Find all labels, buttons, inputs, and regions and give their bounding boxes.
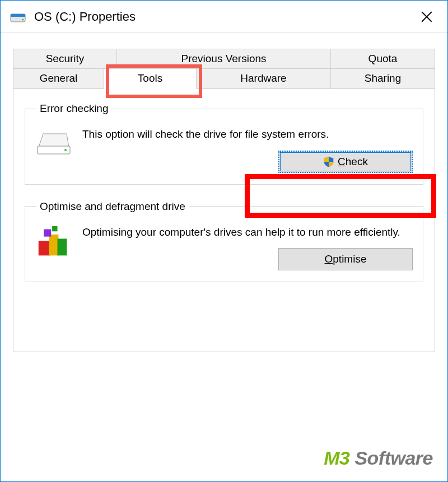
dialog-content: Security Previous Versions Quota General…: [1, 33, 447, 352]
svg-marker-5: [39, 134, 69, 147]
tab-label: General: [40, 72, 78, 84]
tab-label: Security: [46, 53, 85, 64]
check-button[interactable]: Check: [278, 151, 413, 173]
tab-row-top: Security Previous Versions Quota: [13, 49, 435, 69]
svg-point-7: [64, 149, 67, 151]
tab-label: Sharing: [365, 72, 402, 84]
group-optimise: Optimise and defragment drive: [25, 200, 423, 283]
defrag-icon: [35, 225, 71, 254]
group-error-checking: Error checking This option will check th…: [25, 102, 423, 185]
tab-tools[interactable]: Tools: [104, 68, 197, 89]
titlebar: OS (C:) Properties: [1, 1, 447, 33]
tab-general[interactable]: General: [13, 68, 104, 89]
svg-rect-9: [49, 235, 59, 256]
error-checking-description: This option will check the drive for fil…: [82, 127, 413, 142]
svg-rect-1: [11, 14, 25, 17]
tab-label: Tools: [138, 72, 162, 84]
watermark-software: Software: [349, 447, 433, 469]
group-legend: Error checking: [36, 102, 112, 115]
svg-rect-10: [58, 238, 67, 255]
tab-label: Previous Versions: [181, 53, 266, 64]
tab-panel-tools: Error checking This option will check th…: [13, 89, 435, 352]
svg-point-2: [22, 18, 24, 20]
window-title: OS (C:) Properties: [34, 10, 414, 24]
group-legend: Optimise and defragment drive: [36, 200, 189, 213]
tab-previous-versions[interactable]: Previous Versions: [117, 49, 331, 69]
watermark-m3: M3: [324, 447, 349, 469]
svg-rect-11: [44, 229, 51, 236]
button-label: Optimise: [325, 253, 367, 265]
drive-icon: [10, 8, 26, 25]
drive-icon: [35, 127, 71, 156]
tab-row-bottom: General Tools Hardware Sharing: [13, 68, 435, 89]
button-label: Check: [338, 156, 368, 168]
tab-label: Hardware: [240, 72, 286, 84]
svg-rect-8: [39, 241, 50, 255]
tab-sharing[interactable]: Sharing: [331, 68, 435, 89]
tabs: Security Previous Versions Quota General…: [13, 49, 435, 352]
tab-hardware[interactable]: Hardware: [197, 68, 331, 89]
properties-dialog: OS (C:) Properties Security Previous Ver…: [0, 0, 448, 482]
close-button[interactable]: [414, 4, 440, 30]
shield-icon: [323, 156, 334, 167]
tab-security[interactable]: Security: [13, 49, 117, 69]
watermark: M3 Software: [324, 447, 433, 469]
optimise-button[interactable]: Optimise: [278, 248, 413, 270]
tab-quota[interactable]: Quota: [331, 49, 435, 69]
optimise-description: Optimising your computer's drives can he…: [82, 225, 413, 240]
tab-label: Quota: [368, 53, 398, 64]
svg-rect-12: [52, 226, 57, 231]
